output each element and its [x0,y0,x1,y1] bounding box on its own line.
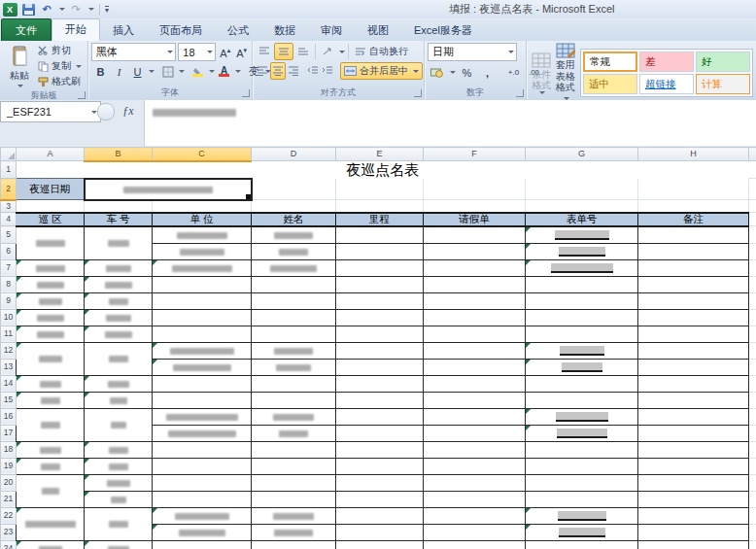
cell-B15[interactable] [85,392,153,408]
cell-F7[interactable] [424,259,526,276]
cell-sliver[interactable] [749,309,756,326]
cell-A22[interactable] [17,507,85,540]
align-right-icon[interactable] [287,63,300,79]
cut-button[interactable]: 剪切 [36,43,84,58]
copy-dropdown-icon[interactable] [76,65,82,68]
row-number-13[interactable]: 13 [1,359,17,375]
excel-app-icon[interactable]: X [2,2,17,17]
cell-H14[interactable] [638,375,749,392]
alignment-dialog-launcher-icon[interactable] [414,89,422,97]
cell-E22[interactable] [336,507,424,524]
cell-G20[interactable] [526,474,638,491]
cell-A18[interactable] [17,441,85,458]
tab-review[interactable]: 审阅 [308,20,355,41]
cell-D14[interactable] [252,375,336,392]
cell[interactable] [638,179,749,200]
sheet-title-cell[interactable]: 夜巡点名表 [17,161,749,179]
cell-D10[interactable] [252,309,336,326]
cell-G11[interactable] [526,326,638,342]
cell-F24[interactable] [424,540,526,549]
cell-F16[interactable] [424,408,526,425]
cell-F10[interactable] [424,309,526,326]
table-header-G[interactable]: 表单号 [526,213,638,226]
cell-H24[interactable] [638,540,749,549]
orientation-dropdown-icon[interactable] [339,51,345,53]
cell-E15[interactable] [336,392,424,408]
cell-A20[interactable] [17,474,85,507]
cell-A19[interactable] [17,458,85,474]
cell-G8[interactable] [526,276,638,292]
style-calculation[interactable]: 计算 [696,74,750,94]
cell-G13[interactable] [526,359,638,375]
cell-B21[interactable] [85,491,153,507]
cell-F14[interactable] [424,375,526,392]
row-number-5[interactable]: 5 [1,226,17,244]
column-header-D[interactable]: D [252,148,336,161]
tab-view[interactable]: 视图 [355,20,401,41]
align-left-icon[interactable] [256,63,269,79]
cell-sliver[interactable] [749,243,756,259]
cell-sliver[interactable] [749,226,756,244]
cell-F19[interactable] [424,458,526,474]
cell-C14[interactable] [153,375,252,392]
row-number-8[interactable]: 8 [1,276,17,292]
cell-F11[interactable] [424,326,526,342]
cell-D22[interactable] [252,507,336,524]
column-header-A[interactable]: A [17,148,85,161]
underline-button[interactable]: U [128,63,147,80]
cell-sliver[interactable] [749,342,756,359]
cell-H11[interactable] [638,326,749,342]
cell-sliver[interactable] [749,425,756,441]
cell-B24[interactable] [85,540,153,549]
undo-icon[interactable]: ↶ [39,2,54,17]
table-header-H[interactable]: 备注 [638,213,749,226]
cell-A9[interactable] [17,292,85,309]
cell-C8[interactable] [153,276,252,292]
cell[interactable] [336,179,424,200]
cell-C6[interactable] [153,243,252,259]
cell-sliver[interactable] [749,474,756,491]
redo-icon[interactable]: ↷ [68,2,84,17]
merge-center-dropdown-icon[interactable] [413,70,419,73]
cell-D7[interactable] [252,259,336,276]
cell-B22[interactable] [85,507,153,540]
cell-H21[interactable] [638,491,749,507]
tab-home[interactable]: 开始 [52,18,100,41]
cell-D21[interactable] [252,491,336,507]
cell-B19[interactable] [85,458,153,474]
cell-G14[interactable] [526,375,638,392]
cell-H9[interactable] [638,292,749,309]
cell-G5[interactable] [526,226,638,244]
cell-H8[interactable] [638,276,749,292]
cell-E6[interactable] [336,243,424,259]
cell-H10[interactable] [638,309,749,326]
cell-sliver[interactable] [749,392,756,408]
cell-H12[interactable] [638,342,749,359]
cell-D24[interactable] [252,540,336,549]
insert-function-icon[interactable]: ƒx [117,103,140,119]
cell-C12[interactable] [153,342,252,359]
cell-B16[interactable] [85,408,153,441]
cell-D11[interactable] [252,326,336,342]
cell-B18[interactable] [85,441,153,458]
column-header-F[interactable]: F [424,148,526,161]
cell-H19[interactable] [638,458,749,474]
style-neutral[interactable]: 适中 [583,74,637,94]
copy-button[interactable]: 复制 [36,58,84,74]
row-number-1[interactable]: 1 [1,161,17,179]
row-number-18[interactable]: 18 [1,441,17,458]
cell-F9[interactable] [424,292,526,309]
cell-sliver[interactable] [749,359,756,375]
cell-F22[interactable] [424,507,526,524]
row-number-14[interactable]: 14 [1,375,17,392]
redo-dropdown-icon[interactable] [88,8,94,11]
wrap-text-button[interactable]: 自动换行 [352,44,411,59]
cell-H17[interactable] [638,425,749,441]
cell-G16[interactable] [526,408,638,425]
align-bottom-icon[interactable] [294,44,312,59]
font-size-combo[interactable]: 18 [178,43,216,61]
cell-D9[interactable] [252,292,336,309]
cell-G22[interactable] [526,507,638,524]
cell-C9[interactable] [153,292,252,309]
cell-F8[interactable] [424,276,526,292]
